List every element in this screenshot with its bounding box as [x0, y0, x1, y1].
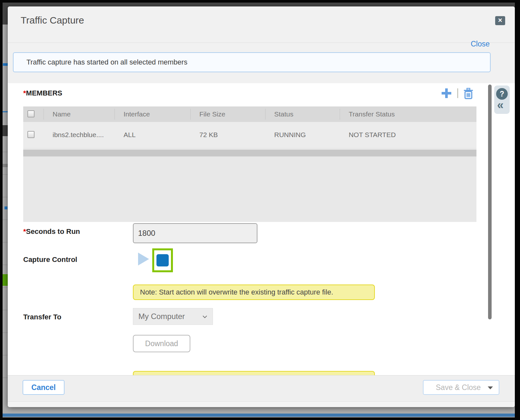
highlight-annotation — [152, 248, 173, 272]
dialog-header-area: Traffic Capture × Close Traffic capture … — [8, 6, 515, 83]
seconds-to-run-input[interactable] — [133, 223, 257, 243]
cell-interface: ALL — [124, 122, 135, 148]
collapse-icon[interactable]: « — [497, 98, 504, 112]
background-text-fragment — [3, 63, 8, 66]
plus-icon — [440, 87, 453, 99]
table-horizontal-scrollbar[interactable] — [23, 150, 476, 156]
help-icon[interactable]: ? — [496, 88, 508, 100]
close-link[interactable]: Close — [471, 40, 490, 48]
close-x-button[interactable]: × — [495, 16, 505, 25]
delete-member-button[interactable] — [463, 88, 474, 99]
column-header-transfer-status[interactable]: Transfer Status — [349, 106, 395, 122]
members-table-header: Name Interface File Size Status Transfer… — [23, 106, 476, 122]
dialog-title: Traffic Capture — [21, 15, 84, 26]
cell-file-size: 72 KB — [199, 122, 218, 148]
overwrite-note: Note: Start action will overwrite the ex… — [133, 285, 375, 300]
download-button[interactable]: Download — [133, 335, 190, 352]
chevron-down-icon — [202, 315, 207, 318]
transfer-to-selected-value: My Computer — [138, 308, 185, 325]
status-banner: Traffic capture has started on all selec… — [13, 52, 491, 72]
screenshot-root: Traffic Capture × Close Traffic capture … — [0, 0, 520, 420]
play-icon[interactable] — [138, 253, 149, 265]
cell-transfer-status: NOT STARTED — [349, 122, 396, 148]
dialog-bottom-strip — [8, 402, 515, 407]
stop-icon[interactable] — [156, 254, 169, 266]
cell-name: ibns2.techblue.... — [53, 122, 104, 148]
column-separator — [265, 109, 265, 120]
column-separator — [340, 109, 340, 120]
transfer-to-dropdown[interactable]: My Computer — [133, 308, 213, 325]
column-header-status[interactable]: Status — [274, 106, 294, 122]
column-separator — [44, 109, 44, 120]
trash-icon — [463, 88, 474, 99]
column-header-name[interactable]: Name — [53, 106, 71, 122]
members-label: *MEMBERS — [23, 89, 62, 97]
partial-note-box — [133, 371, 375, 375]
table-row[interactable]: ibns2.techblue.... ALL 72 KB RUNNING NOT… — [23, 122, 476, 148]
help-panel: ? « — [494, 85, 510, 114]
status-banner-text: Traffic capture has started on all selec… — [26, 53, 187, 72]
background-text-fragment — [3, 164, 8, 167]
dialog-vertical-scrollbar[interactable] — [488, 85, 492, 319]
seconds-to-run-label: *Seconds to Run — [23, 227, 80, 236]
row-checkbox[interactable] — [27, 131, 35, 138]
dialog-content: *MEMBERS — [8, 83, 515, 375]
add-member-button[interactable] — [440, 87, 453, 99]
background-bottom-blue-bar — [3, 414, 515, 417]
column-separator — [115, 109, 115, 120]
background-text-fragment — [5, 206, 7, 209]
header-divider — [8, 43, 515, 43]
required-asterisk: * — [23, 89, 26, 97]
select-all-checkbox[interactable] — [27, 110, 35, 117]
column-header-file-size[interactable]: File Size — [199, 106, 225, 122]
save-close-button[interactable]: Save & Close — [423, 380, 499, 395]
overwrite-note-text: Note: Start action will overwrite the ex… — [140, 285, 333, 299]
members-table: Name Interface File Size Status Transfer… — [23, 106, 476, 222]
column-header-interface[interactable]: Interface — [124, 106, 150, 122]
required-asterisk: * — [23, 227, 26, 235]
transfer-to-label: Transfer To — [23, 313, 61, 321]
cell-status: RUNNING — [274, 122, 306, 148]
toolbar-separator — [457, 88, 458, 98]
cancel-button[interactable]: Cancel — [23, 380, 65, 395]
column-separator — [190, 109, 191, 120]
save-close-label: Save & Close — [436, 383, 481, 392]
traffic-capture-dialog: Traffic Capture × Close Traffic capture … — [8, 6, 515, 407]
save-close-dropdown-caret[interactable] — [488, 386, 493, 389]
capture-control-label: Capture Control — [23, 255, 77, 264]
dialog-footer: Cancel Save & Close — [8, 375, 515, 402]
